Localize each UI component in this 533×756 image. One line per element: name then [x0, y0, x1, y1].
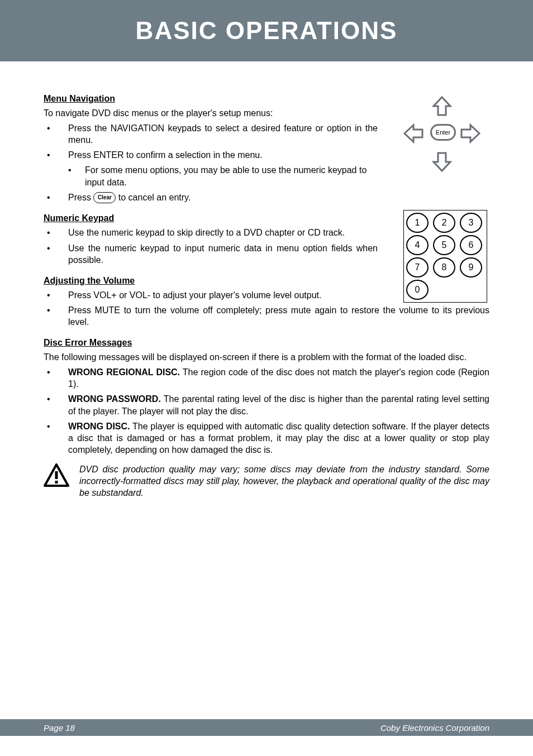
- text-fragment: to cancel an entry.: [116, 193, 191, 202]
- errors-intro: The following messages will be displayed…: [44, 351, 489, 363]
- svg-rect-0: [55, 471, 58, 479]
- error-desc: The player is equipped with automatic di…: [68, 422, 489, 454]
- list-item: Press ENTER to confirm a selection in th…: [44, 149, 489, 161]
- footer-band: Page 18 Coby Electronics Corporation: [0, 719, 533, 736]
- list-item: WRONG DISC. The player is equipped with …: [44, 420, 489, 456]
- warning-icon: [44, 463, 69, 499]
- header-band: BASIC OPERATIONS: [0, 0, 533, 61]
- clear-button-icon: Clear: [93, 192, 116, 203]
- footer-company: Coby Electronics Corporation: [380, 723, 489, 733]
- list-item: Press Clear to cancel an entry.: [44, 192, 489, 204]
- list-item: Use the numeric keypad to skip directly …: [44, 227, 489, 238]
- svg-rect-1: [55, 481, 58, 484]
- heading-disc-errors: Disc Error Messages: [44, 338, 489, 348]
- page-number: Page 18: [44, 723, 75, 733]
- list-item: WRONG PASSWORD. The parental rating leve…: [44, 393, 489, 417]
- list-item: Press VOL+ or VOL- to adjust your player…: [44, 289, 489, 301]
- text-fragment: Press: [68, 193, 93, 202]
- warning-note: DVD disc production quality may vary; so…: [44, 463, 489, 499]
- list-item: Press the NAVIGATION keypads to select a…: [44, 122, 489, 146]
- warning-text: DVD disc production quality may vary; so…: [79, 463, 489, 499]
- error-name: WRONG REGIONAL DISC.: [68, 367, 180, 377]
- list-item: For some menu options, you may be able t…: [44, 164, 489, 188]
- list-item: Press MUTE to turn the volume off comple…: [44, 304, 489, 328]
- list-item: WRONG REGIONAL DISC. The region code of …: [44, 366, 489, 390]
- error-name: WRONG DISC.: [68, 422, 130, 431]
- error-name: WRONG PASSWORD.: [68, 394, 161, 404]
- arrow-up-icon: [430, 95, 454, 118]
- list-item: Use the numeric keypad to input numeric …: [44, 242, 489, 266]
- page-title: BASIC OPERATIONS: [136, 17, 398, 45]
